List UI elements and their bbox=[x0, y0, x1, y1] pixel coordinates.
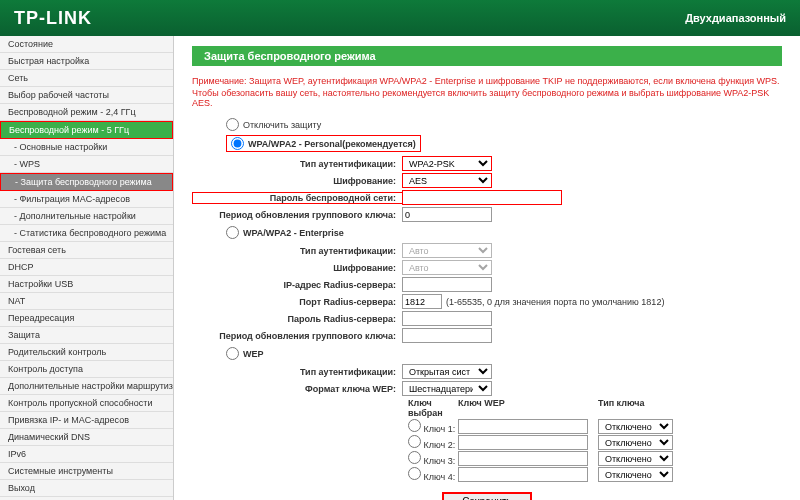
lbl-cipher2: Шифрование: bbox=[192, 263, 402, 273]
sidebar-item-4[interactable]: Беспроводной режим - 2,4 ГГц bbox=[0, 104, 173, 121]
sidebar-item-2[interactable]: Сеть bbox=[0, 70, 173, 87]
input-radius-port[interactable] bbox=[402, 294, 442, 309]
sidebar: СостояниеБыстрая настройкаСетьВыбор рабо… bbox=[0, 36, 174, 500]
wep-key-input-3[interactable] bbox=[458, 467, 588, 482]
wep-key-type-3[interactable]: Отключено bbox=[598, 467, 673, 482]
sidebar-item-19[interactable]: Контроль доступа bbox=[0, 361, 173, 378]
sidebar-item-6[interactable]: - Основные настройки bbox=[0, 139, 173, 156]
lbl-auth3: Тип аутентификации: bbox=[192, 367, 402, 377]
save-button[interactable]: Сохранить bbox=[442, 492, 532, 500]
radio-disable-input[interactable] bbox=[226, 118, 239, 131]
radio-wep[interactable]: WEP bbox=[226, 347, 782, 360]
lbl-radius-port: Порт Radius-сервера: bbox=[192, 297, 402, 307]
wep-key-radio-1[interactable] bbox=[408, 435, 421, 448]
radio-disable[interactable]: Отключить защиту bbox=[226, 118, 782, 131]
note-2: Чтобы обезопасить вашу сеть, настоятельн… bbox=[192, 88, 782, 108]
lbl-auth2: Тип аутентификации: bbox=[192, 246, 402, 256]
radio-wep-label: WEP bbox=[243, 349, 264, 359]
wep-key-input-1[interactable] bbox=[458, 435, 588, 450]
sidebar-item-15[interactable]: NAT bbox=[0, 293, 173, 310]
select-wep-format[interactable]: Шестнадцатери bbox=[402, 381, 492, 396]
sidebar-item-5[interactable]: Беспроводной режим - 5 ГГц bbox=[0, 121, 173, 139]
radio-wep-input[interactable] bbox=[226, 347, 239, 360]
main-panel: Защита беспроводного режима Примечание: … bbox=[174, 36, 800, 500]
select-wep-auth[interactable]: Открытая сист bbox=[402, 364, 492, 379]
sidebar-item-16[interactable]: Переадресация bbox=[0, 310, 173, 327]
sidebar-item-12[interactable]: Гостевая сеть bbox=[0, 242, 173, 259]
wep-key-radio-3[interactable] bbox=[408, 467, 421, 480]
wep-key-table: Ключ выбран Ключ WEP Тип ключа Ключ 1:От… bbox=[408, 398, 782, 482]
input-gkup[interactable] bbox=[402, 207, 492, 222]
sidebar-item-8[interactable]: - Защита беспроводного режима bbox=[0, 173, 173, 191]
sidebar-item-9[interactable]: - Фильтрация MAC-адресов bbox=[0, 191, 173, 208]
radio-wpa-personal-label: WPA/WPA2 - Personal(рекомендуется) bbox=[248, 139, 416, 149]
wep-key-input-2[interactable] bbox=[458, 451, 588, 466]
select-cipher2: Авто bbox=[402, 260, 492, 275]
lbl-wep-format: Формат ключа WEP: bbox=[192, 384, 402, 394]
model-name: Двухдиапазонный bbox=[685, 12, 786, 24]
wep-key-input-0[interactable] bbox=[458, 419, 588, 434]
lbl-password: Пароль беспроводной сети: bbox=[192, 192, 402, 204]
lbl-radius-pw: Пароль Radius-сервера: bbox=[192, 314, 402, 324]
sidebar-item-11[interactable]: - Статистика беспроводного режима bbox=[0, 225, 173, 242]
lbl-auth: Тип аутентификации: bbox=[192, 159, 402, 169]
sidebar-item-23[interactable]: Динамический DNS bbox=[0, 429, 173, 446]
radio-wpa-personal-input[interactable] bbox=[231, 137, 244, 150]
input-radius-ip[interactable] bbox=[402, 277, 492, 292]
sidebar-item-26[interactable]: Выход bbox=[0, 480, 173, 497]
sidebar-item-7[interactable]: - WPS bbox=[0, 156, 173, 173]
sidebar-item-18[interactable]: Родительский контроль bbox=[0, 344, 173, 361]
page-title: Защита беспроводного режима bbox=[192, 46, 782, 66]
sidebar-item-24[interactable]: IPv6 bbox=[0, 446, 173, 463]
radio-wpa-enterprise-input[interactable] bbox=[226, 226, 239, 239]
wep-key-type-0[interactable]: Отключено bbox=[598, 419, 673, 434]
sidebar-item-20[interactable]: Дополнительные настройки маршрутизации bbox=[0, 378, 173, 395]
sidebar-item-22[interactable]: Привязка IP- и MAC-адресов bbox=[0, 412, 173, 429]
sidebar-item-0[interactable]: Состояние bbox=[0, 36, 173, 53]
radio-wpa-enterprise-label: WPA/WPA2 - Enterprise bbox=[243, 228, 344, 238]
input-gkup2[interactable] bbox=[402, 328, 492, 343]
radio-disable-label: Отключить защиту bbox=[243, 120, 321, 130]
sidebar-item-1[interactable]: Быстрая настройка bbox=[0, 53, 173, 70]
sidebar-item-17[interactable]: Защита bbox=[0, 327, 173, 344]
lbl-cipher: Шифрование: bbox=[192, 176, 402, 186]
input-password[interactable] bbox=[402, 190, 562, 205]
wep-key-type-2[interactable]: Отключено bbox=[598, 451, 673, 466]
wep-key-type-1[interactable]: Отключено bbox=[598, 435, 673, 450]
radius-port-hint: (1-65535, 0 для значения порта по умолча… bbox=[446, 297, 664, 307]
sidebar-item-10[interactable]: - Дополнительные настройки bbox=[0, 208, 173, 225]
radio-wpa-personal[interactable]: WPA/WPA2 - Personal(рекомендуется) bbox=[226, 135, 421, 152]
hdr-key-type: Тип ключа bbox=[598, 398, 678, 418]
select-cipher[interactable]: AES bbox=[402, 173, 492, 188]
logo: TP-LINK bbox=[14, 8, 92, 29]
select-auth[interactable]: WPA2-PSK bbox=[402, 156, 492, 171]
wep-key-radio-2[interactable] bbox=[408, 451, 421, 464]
input-radius-pw[interactable] bbox=[402, 311, 492, 326]
hdr-wep-key: Ключ WEP bbox=[458, 398, 598, 418]
lbl-gkup2: Период обновления группового ключа: bbox=[192, 331, 402, 341]
note-1: Примечание: Защита WEP, аутентификация W… bbox=[192, 76, 782, 86]
lbl-gkup: Период обновления группового ключа: bbox=[192, 210, 402, 220]
sidebar-item-3[interactable]: Выбор рабочей частоты bbox=[0, 87, 173, 104]
sidebar-item-13[interactable]: DHCP bbox=[0, 259, 173, 276]
select-auth2: Авто bbox=[402, 243, 492, 258]
radio-wpa-enterprise[interactable]: WPA/WPA2 - Enterprise bbox=[226, 226, 782, 239]
sidebar-item-14[interactable]: Настройки USB bbox=[0, 276, 173, 293]
wep-key-radio-0[interactable] bbox=[408, 419, 421, 432]
sidebar-item-25[interactable]: Системные инструменты bbox=[0, 463, 173, 480]
hdr-key-selected: Ключ выбран bbox=[408, 398, 458, 418]
lbl-radius-ip: IP-адрес Radius-сервера: bbox=[192, 280, 402, 290]
sidebar-item-21[interactable]: Контроль пропускной способности bbox=[0, 395, 173, 412]
